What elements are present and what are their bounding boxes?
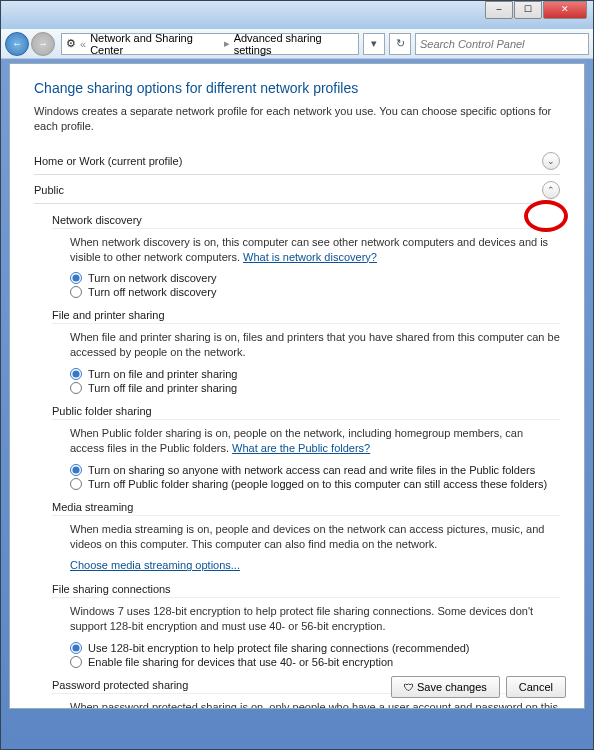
nav-forward-button[interactable]: → (31, 32, 55, 56)
radio-encryption-4056[interactable]: Enable file sharing for devices that use… (70, 655, 560, 669)
section-desc: When media streaming is on, people and d… (70, 522, 560, 552)
breadcrumb-current: Advanced sharing settings (234, 32, 354, 56)
content-area: Change sharing options for different net… (9, 63, 585, 709)
radio-pubfolder-on[interactable]: Turn on sharing so anyone with network a… (70, 463, 560, 477)
control-panel-window: – ☐ ✕ ← → ⚙ « Network and Sharing Center… (0, 0, 594, 750)
section-desc: Windows 7 uses 128-bit encryption to hel… (70, 604, 560, 634)
section-desc: When network discovery is on, this compu… (70, 235, 560, 265)
section-title: File sharing connections (52, 583, 560, 598)
search-input[interactable] (415, 33, 589, 55)
radio-fileprint-on[interactable]: Turn on file and printer sharing (70, 367, 560, 381)
chevron-down-icon[interactable]: ⌄ (542, 152, 560, 170)
radio-netdisc-on[interactable]: Turn on network discovery (70, 271, 560, 285)
address-bar[interactable]: ⚙ « Network and Sharing Center ▸ Advance… (61, 33, 359, 55)
nav-back-button[interactable]: ← (5, 32, 29, 56)
profile-label: Home or Work (current profile) (34, 155, 182, 167)
section-network-discovery: Network discovery When network discovery… (52, 214, 560, 300)
breadcrumb-sep: « (80, 38, 86, 50)
section-title: Media streaming (52, 501, 560, 516)
link-public-folders[interactable]: What are the Public folders? (232, 442, 370, 454)
save-button[interactable]: Save changes (391, 676, 500, 698)
page-title: Change sharing options for different net… (34, 80, 560, 96)
cancel-button[interactable]: Cancel (506, 676, 566, 698)
close-button[interactable]: ✕ (543, 1, 587, 19)
section-public-folder-sharing: Public folder sharing When Public folder… (52, 405, 560, 491)
section-title: Network discovery (52, 214, 560, 229)
section-desc: When password protected sharing is on, o… (70, 700, 560, 709)
profile-label: Public (34, 184, 64, 196)
section-file-printer-sharing: File and printer sharing When file and p… (52, 309, 560, 395)
profile-home-work[interactable]: Home or Work (current profile) ⌄ (34, 148, 560, 175)
navbar: ← → ⚙ « Network and Sharing Center ▸ Adv… (1, 29, 593, 59)
address-dropdown[interactable]: ▾ (363, 33, 385, 55)
breadcrumb-parent[interactable]: Network and Sharing Center (90, 32, 220, 56)
page-intro: Windows creates a separate network profi… (34, 104, 560, 134)
section-desc: When Public folder sharing is on, people… (70, 426, 560, 456)
titlebar: – ☐ ✕ (1, 1, 593, 29)
minimize-button[interactable]: – (485, 1, 513, 19)
section-media-streaming: Media streaming When media streaming is … (52, 501, 560, 574)
breadcrumb-sep: ▸ (224, 37, 230, 50)
section-file-sharing-connections: File sharing connections Windows 7 uses … (52, 583, 560, 669)
maximize-button[interactable]: ☐ (514, 1, 542, 19)
folder-icon: ⚙ (66, 37, 76, 50)
radio-fileprint-off[interactable]: Turn off file and printer sharing (70, 381, 560, 395)
section-desc: When file and printer sharing is on, fil… (70, 330, 560, 360)
chevron-up-icon[interactable]: ⌃ (542, 181, 560, 199)
link-network-discovery[interactable]: What is network discovery? (243, 251, 377, 263)
radio-pubfolder-off[interactable]: Turn off Public folder sharing (people l… (70, 477, 560, 491)
section-title: Public folder sharing (52, 405, 560, 420)
radio-encryption-128[interactable]: Use 128-bit encryption to help protect f… (70, 641, 560, 655)
section-title: File and printer sharing (52, 309, 560, 324)
link-media-streaming[interactable]: Choose media streaming options... (70, 559, 240, 571)
footer-buttons: Save changes Cancel (391, 676, 566, 698)
refresh-button[interactable]: ↻ (389, 33, 411, 55)
radio-netdisc-off[interactable]: Turn off network discovery (70, 285, 560, 299)
profile-public[interactable]: Public ⌃ (34, 177, 560, 204)
